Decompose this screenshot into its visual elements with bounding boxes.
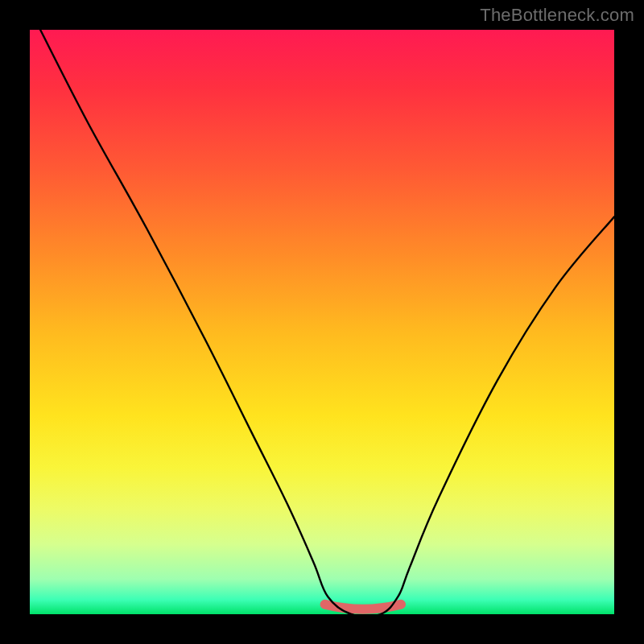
- plot-svg: [30, 30, 614, 614]
- series-curve: [40, 30, 614, 614]
- attribution-text: TheBottleneck.com: [480, 5, 634, 26]
- chart-frame: TheBottleneck.com: [0, 0, 644, 644]
- plot-area: [30, 30, 614, 614]
